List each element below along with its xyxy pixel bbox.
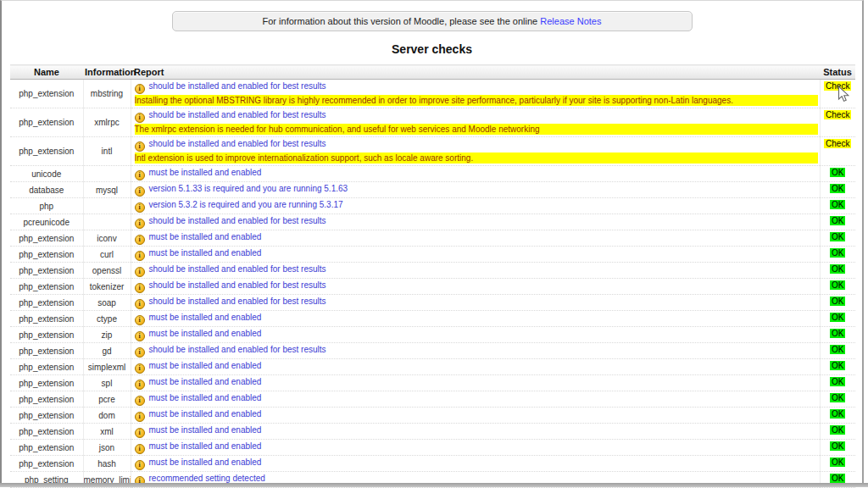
info-icon: i — [135, 396, 145, 406]
col-header-status: Status — [820, 65, 855, 80]
table-row: php_extension spl imust be installed and… — [10, 375, 855, 391]
check-info: ctype — [83, 311, 131, 327]
table-row: php_extension openssl ishould be install… — [10, 263, 855, 279]
report-text: should be installed and enabled for best… — [149, 264, 326, 274]
table-row: php_extension hash imust be installed an… — [10, 456, 855, 472]
table-row: php_extension xmlrpc ishould be installe… — [10, 108, 855, 137]
check-name: pcreunicode — [10, 214, 83, 230]
check-report: ishould be installed and enabled for bes… — [131, 80, 820, 108]
info-icon: i — [135, 428, 145, 438]
status-badge: Check — [824, 110, 851, 119]
status-badge: OK — [830, 441, 845, 451]
check-info: simplexml — [83, 359, 131, 375]
table-body: php_extension mbstring ishould be instal… — [10, 80, 855, 488]
info-icon: i — [135, 460, 145, 470]
check-info: soap — [83, 295, 131, 311]
check-info: xml — [83, 424, 131, 440]
table-row: php_extension simplexml imust be install… — [10, 359, 855, 375]
table-row: php_extension ctype imust be installed a… — [10, 311, 855, 327]
check-name: php_extension — [10, 137, 83, 166]
status-badge: OK — [830, 232, 845, 241]
info-icon: i — [135, 299, 145, 309]
check-name: php_extension — [10, 408, 83, 424]
warning-text: Intl extension is used to improve intern… — [135, 152, 818, 164]
info-banner: For information about this version of Mo… — [172, 11, 693, 31]
check-report: iversion 5.3.2 is required and you are r… — [131, 198, 820, 214]
warning-text: The xmlrpc extension is needed for hub c… — [135, 124, 818, 135]
table-row: php_extension mbstring ishould be instal… — [10, 80, 855, 108]
warning-text: Installing the optional MBSTRING library… — [135, 95, 818, 106]
report-text: recommended setting detected — [149, 474, 265, 483]
status-badge: OK — [830, 264, 845, 274]
server-checks-table: Name Information Report Status php_exten… — [10, 64, 855, 488]
status-badge: OK — [830, 168, 845, 177]
check-name: php_extension — [10, 327, 83, 343]
info-icon: i — [135, 283, 145, 293]
check-info: spl — [83, 375, 131, 391]
status-badge: OK — [830, 345, 845, 354]
report-text: must be installed and enabled — [149, 361, 262, 370]
info-icon: i — [135, 380, 145, 390]
check-info: gd — [83, 343, 131, 359]
report-text: should be installed and enabled for best… — [149, 110, 326, 119]
table-row: database mysql iversion 5.1.33 is requir… — [10, 182, 855, 198]
report-text: version 5.1.33 is required and you are r… — [149, 184, 348, 193]
check-info: curl — [83, 247, 131, 263]
check-name: php_extension — [10, 247, 83, 263]
check-report: ishould be installed and enabled for bes… — [131, 343, 820, 359]
check-name: php_extension — [10, 295, 83, 311]
info-icon: i — [135, 113, 145, 123]
check-name: php_extension — [10, 108, 83, 137]
info-icon: i — [135, 235, 145, 245]
check-info: mysql — [83, 182, 131, 198]
status-badge: OK — [830, 377, 845, 386]
check-name: php_extension — [10, 424, 83, 440]
report-text: must be installed and enabled — [149, 409, 262, 419]
check-info: intl — [83, 137, 131, 166]
check-report: imust be installed and enabled — [131, 247, 820, 263]
report-text: should be installed and enabled for best… — [149, 345, 326, 354]
status-badge: OK — [830, 361, 845, 370]
check-name: php_extension — [10, 456, 83, 472]
status-badge: OK — [830, 409, 845, 419]
status-badge: OK — [830, 200, 845, 209]
table-row: unicode imust be installed and enabled O… — [10, 166, 855, 182]
check-name: php_extension — [10, 375, 83, 391]
info-icon: i — [135, 363, 145, 374]
info-icon: i — [135, 141, 145, 152]
report-text: should be installed and enabled for best… — [149, 297, 326, 306]
check-info: xmlrpc — [83, 108, 131, 137]
info-icon: i — [135, 347, 145, 358]
table-row: pcreunicode ishould be installed and ena… — [10, 214, 855, 230]
report-text: version 5.3.2 is required and you are ru… — [149, 200, 343, 209]
status-badge: OK — [830, 425, 845, 435]
check-info: zip — [83, 327, 131, 343]
check-info: hash — [83, 456, 131, 472]
release-notes-link[interactable]: Release Notes — [540, 16, 601, 26]
check-info — [83, 214, 131, 230]
page: For information about this version of Mo… — [0, 0, 864, 483]
info-icon: i — [135, 315, 145, 325]
report-text: should be installed and enabled for best… — [149, 139, 326, 148]
table-row: php_extension json imust be installed an… — [10, 440, 855, 456]
info-icon: i — [135, 267, 145, 277]
check-report: imust be installed and enabled — [131, 311, 820, 327]
check-info: dom — [83, 408, 131, 424]
check-report: imust be installed and enabled — [131, 391, 820, 408]
check-info: openssl — [83, 263, 131, 279]
report-text: must be installed and enabled — [149, 441, 262, 451]
table-header-row: Name Information Report Status — [10, 65, 855, 80]
status-badge: OK — [830, 458, 845, 467]
check-report: imust be installed and enabled — [131, 166, 820, 182]
check-info — [83, 198, 131, 214]
check-name: php — [10, 198, 83, 214]
check-report: imust be installed and enabled — [131, 359, 820, 375]
table-row: php_extension intl ishould be installed … — [10, 137, 855, 166]
check-report: ishould be installed and enabled for bes… — [131, 295, 820, 311]
report-text: must be installed and enabled — [149, 232, 262, 241]
report-text: must be installed and enabled — [149, 168, 262, 177]
check-report: iversion 5.1.33 is required and you are … — [131, 182, 820, 198]
check-name: php_extension — [10, 279, 83, 295]
report-text: must be installed and enabled — [149, 393, 262, 402]
info-icon: i — [135, 84, 145, 94]
